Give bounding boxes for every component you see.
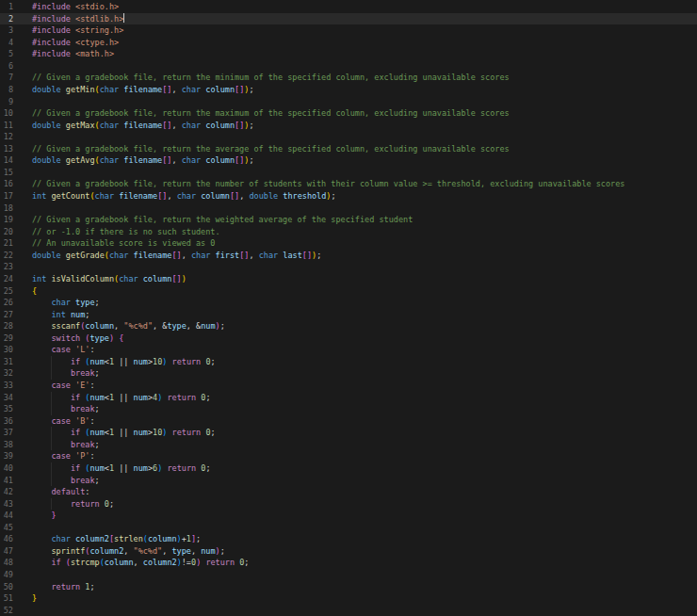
code-line[interactable]: 45 <box>0 522 697 534</box>
line-number[interactable]: 43 <box>0 498 13 511</box>
code-line[interactable]: 2#include <stdlib.h> <box>0 13 697 25</box>
code-line[interactable]: 46 char column2[strlen(column)+1]; <box>0 533 697 545</box>
line-number[interactable]: 2 <box>0 13 13 25</box>
line-number[interactable]: 37 <box>0 427 13 439</box>
line-number[interactable]: 45 <box>0 522 13 534</box>
code-line[interactable]: 10// Given a gradebook file, return the … <box>0 107 697 120</box>
code-line[interactable]: 12 <box>0 131 697 143</box>
code-line[interactable]: 31 if (num<1 || num>10) return 0; <box>0 356 697 368</box>
line-number[interactable]: 20 <box>0 226 13 238</box>
code-line[interactable]: 17int getCount(char filename[], char col… <box>0 190 697 203</box>
line-number[interactable]: 48 <box>0 557 13 569</box>
line-number[interactable]: 28 <box>0 320 13 332</box>
code-line[interactable]: 28 sscanf(column, "%c%d", &type, &num); <box>0 320 697 332</box>
line-number[interactable]: 25 <box>0 285 13 298</box>
code-line[interactable]: 34 if (num<1 || num>4) return 0; <box>0 392 697 404</box>
code-line[interactable]: 16// Given a gradebook file, return the … <box>0 178 697 190</box>
code-line[interactable]: 33 case 'E': <box>0 380 697 392</box>
line-number[interactable]: 26 <box>0 297 13 309</box>
code-line[interactable]: 43 return 0; <box>0 498 697 511</box>
code-line[interactable]: 48 if (strcmp(column, column2)!=0) retur… <box>0 557 697 569</box>
line-number[interactable]: 33 <box>0 380 13 392</box>
code-line[interactable]: 11double getMax(char filename[], char co… <box>0 120 697 132</box>
line-number[interactable]: 31 <box>0 356 13 368</box>
line-number[interactable]: 44 <box>0 510 13 522</box>
line-number[interactable]: 4 <box>0 37 13 49</box>
line-number[interactable]: 52 <box>0 605 13 616</box>
line-number[interactable]: 1 <box>0 1 13 13</box>
code-line[interactable]: 3#include <string.h> <box>0 24 697 37</box>
line-number[interactable]: 18 <box>0 203 13 215</box>
code-line[interactable]: 44 } <box>0 510 697 522</box>
code-line[interactable]: 52 <box>0 605 697 616</box>
code-line[interactable]: 4#include <ctype.h> <box>0 37 697 49</box>
code-line[interactable]: 39 case 'P': <box>0 450 697 462</box>
line-number[interactable]: 51 <box>0 592 13 605</box>
code-line[interactable]: 50 return 1; <box>0 581 697 593</box>
line-number[interactable]: 22 <box>0 250 13 262</box>
code-line[interactable]: 25{ <box>0 285 697 298</box>
code-line[interactable]: 15 <box>0 167 697 179</box>
line-number[interactable]: 14 <box>0 154 13 167</box>
line-number[interactable]: 35 <box>0 403 13 415</box>
line-number[interactable]: 21 <box>0 237 13 250</box>
line-number[interactable]: 5 <box>0 48 13 60</box>
line-number[interactable]: 13 <box>0 143 13 155</box>
line-number[interactable]: 17 <box>0 190 13 203</box>
line-number[interactable]: 39 <box>0 450 13 462</box>
line-number[interactable]: 47 <box>0 545 13 558</box>
line-number[interactable]: 15 <box>0 167 13 179</box>
code-line[interactable]: 40 if (num<1 || num>6) return 0; <box>0 462 697 475</box>
line-number[interactable]: 12 <box>0 131 13 143</box>
code-line[interactable]: 8double getMin(char filename[], char col… <box>0 84 697 96</box>
line-number[interactable]: 38 <box>0 439 13 451</box>
code-line[interactable]: 30 case 'L': <box>0 344 697 356</box>
code-line[interactable]: 5#include <math.h> <box>0 48 697 60</box>
line-number[interactable]: 36 <box>0 415 13 428</box>
line-number[interactable]: 29 <box>0 332 13 345</box>
line-number[interactable]: 10 <box>0 107 13 120</box>
code-line[interactable]: 37 if (num<1 || num>10) return 0; <box>0 427 697 439</box>
code-line[interactable]: 51} <box>0 592 697 605</box>
line-number[interactable]: 9 <box>0 96 13 108</box>
code-line[interactable]: 26 char type; <box>0 297 697 309</box>
code-line[interactable]: 29 switch (type) { <box>0 332 697 345</box>
code-line[interactable]: 21// An unavailable score is viewed as 0 <box>0 237 697 250</box>
code-line[interactable]: 19// Given a gradebook file, return the … <box>0 214 697 226</box>
line-number[interactable]: 49 <box>0 569 13 581</box>
code-line[interactable]: 14double getAvg(char filename[], char co… <box>0 154 697 167</box>
line-number[interactable]: 32 <box>0 367 13 380</box>
code-line[interactable]: 9 <box>0 96 697 108</box>
code-line[interactable]: 20// or -1.0 if there is no such student… <box>0 226 697 238</box>
line-number[interactable]: 11 <box>0 120 13 132</box>
line-number[interactable]: 7 <box>0 72 13 84</box>
line-number[interactable]: 3 <box>0 24 13 37</box>
code-line[interactable]: 47 sprintf(column2, "%c%d", type, num); <box>0 545 697 558</box>
code-editor[interactable]: 1#include <stdio.h>2#include <stdlib.h>3… <box>0 0 697 616</box>
code-line[interactable]: 27 int num; <box>0 309 697 321</box>
code-line[interactable]: 49 <box>0 569 697 581</box>
line-number[interactable]: 19 <box>0 214 13 226</box>
code-line[interactable]: 41 break; <box>0 475 697 487</box>
line-number[interactable]: 6 <box>0 60 13 73</box>
line-number[interactable]: 46 <box>0 533 13 545</box>
code-line[interactable]: 23 <box>0 261 697 273</box>
code-line[interactable]: 24int isValidColumn(char column[]) <box>0 273 697 285</box>
line-number[interactable]: 41 <box>0 475 13 487</box>
code-line[interactable]: 35 break; <box>0 403 697 415</box>
code-line[interactable]: 18 <box>0 203 697 215</box>
line-number[interactable]: 34 <box>0 392 13 404</box>
code-line[interactable]: 22double getGrade(char filename[], char … <box>0 250 697 262</box>
code-line[interactable]: 6 <box>0 60 697 73</box>
line-number[interactable]: 16 <box>0 178 13 190</box>
code-line[interactable]: 1#include <stdio.h> <box>0 1 697 13</box>
line-number[interactable]: 50 <box>0 581 13 593</box>
code-line[interactable]: 32 break; <box>0 367 697 380</box>
code-line[interactable]: 36 case 'B': <box>0 415 697 428</box>
line-number[interactable]: 30 <box>0 344 13 356</box>
line-number[interactable]: 40 <box>0 462 13 475</box>
code-line[interactable]: 42 default: <box>0 486 697 498</box>
line-number[interactable]: 24 <box>0 273 13 285</box>
code-line[interactable]: 7// Given a gradebook file, return the m… <box>0 72 697 84</box>
line-number[interactable]: 8 <box>0 84 13 96</box>
